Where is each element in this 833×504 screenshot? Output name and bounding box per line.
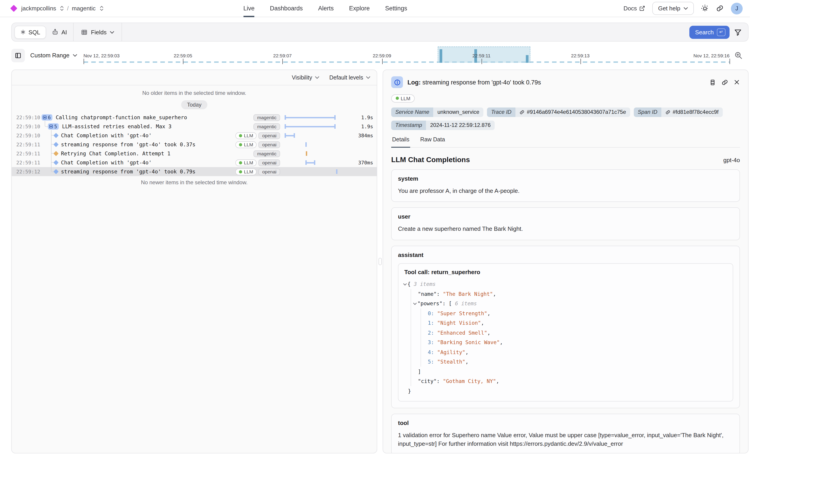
funnel-icon xyxy=(734,28,742,36)
llm-tag-label: LLM xyxy=(401,96,410,101)
log-row[interactable]: 22:59:11Retrying Chat Completion. Attemp… xyxy=(12,149,377,158)
panel-resizer[interactable] xyxy=(377,70,383,453)
collapse-caret-icon[interactable] xyxy=(403,282,407,286)
sql-mode-button[interactable]: SQL xyxy=(15,25,46,39)
collapse-badge[interactable]: 6 xyxy=(42,114,53,121)
row-duration-bar xyxy=(285,167,352,176)
minus-square-icon xyxy=(49,125,53,128)
json-line: ] xyxy=(404,367,727,377)
fields-button[interactable]: Fields xyxy=(75,26,121,38)
project-switcher-icon[interactable] xyxy=(100,6,103,11)
ai-mode-button[interactable]: AI xyxy=(46,26,72,39)
sidebar-toggle-button[interactable] xyxy=(11,49,25,62)
close-button[interactable] xyxy=(734,79,740,86)
timeline-tick-label: 22:59:09 xyxy=(373,53,391,58)
timeline-histogram-bar xyxy=(526,55,529,63)
row-tags: magentic xyxy=(254,150,280,157)
log-row[interactable]: 22:59:10Chat Completion with 'gpt-4o'LLM… xyxy=(12,131,377,140)
collapse-caret-icon[interactable] xyxy=(413,302,418,306)
detail-tab-raw-data[interactable]: Raw Data xyxy=(419,136,446,147)
row-duration-label: 1.9s xyxy=(352,123,373,129)
default-levels-dropdown[interactable]: Default levels xyxy=(329,74,371,80)
row-tags: LLMopenai xyxy=(235,141,280,148)
detail-header-actions xyxy=(709,79,740,86)
meta-label: Trace ID xyxy=(487,107,516,117)
row-message: Chat Completion with 'gpt-4o' xyxy=(61,132,152,139)
nav-right: Docs Get help J xyxy=(623,2,743,15)
page-root: jackmpcollins / magentic LiveDashboardsA… xyxy=(0,0,833,504)
json-line: 4: "Agility", xyxy=(404,347,727,357)
org-switcher-icon[interactable] xyxy=(60,6,64,11)
table-grid-icon xyxy=(81,29,88,35)
log-row[interactable]: 22:59:11streaming response from 'gpt-4o'… xyxy=(12,140,377,149)
tab-alerts[interactable]: Alerts xyxy=(318,0,334,17)
row-duration-label: 370ms xyxy=(352,160,373,166)
json-line: "city": "Gotham City, NY", xyxy=(404,377,727,386)
tab-settings[interactable]: Settings xyxy=(385,0,407,17)
theme-toggle-button[interactable] xyxy=(701,4,709,12)
meta-timestamp: Timestamp2024-11-12 22:59:12.876 xyxy=(391,120,495,130)
ai-label: AI xyxy=(62,29,67,35)
timeline-tick-mark xyxy=(580,58,581,64)
timeline-tick-label: 22:59:07 xyxy=(273,53,292,58)
row-timestamp: 22:59:11 xyxy=(16,160,42,166)
tab-explore[interactable]: Explore xyxy=(349,0,370,17)
meta-value[interactable]: #fd81e8f78c4ecc9f xyxy=(661,107,722,117)
log-row[interactable]: 22:59:12streaming response from 'gpt-4o'… xyxy=(12,167,377,176)
today-divider: Today xyxy=(181,100,207,109)
json-line: 1: "Night Vision", xyxy=(404,318,727,328)
meta-value[interactable]: #9146a6974e4e6140538043607a71c75e xyxy=(516,107,630,117)
timeline-tick-label: Nov 12, 22:59:16 xyxy=(693,53,730,58)
log-row[interactable]: 22:59:11Chat Completion with 'gpt-4o'LLM… xyxy=(12,158,377,167)
filter-button[interactable] xyxy=(734,28,742,36)
meta-value: unknown_service xyxy=(433,107,483,117)
visibility-dropdown[interactable]: Visibility xyxy=(292,74,319,80)
json-line: } xyxy=(404,386,727,396)
tab-live[interactable]: Live xyxy=(243,0,255,17)
main-split: Visibility Default levels No older items… xyxy=(0,65,750,453)
log-row[interactable]: 22:59:106Calling chatprompt-function mak… xyxy=(12,113,377,122)
link-icon xyxy=(716,4,724,12)
avatar[interactable]: J xyxy=(731,2,743,14)
link-icon xyxy=(665,110,670,115)
docs-label: Docs xyxy=(623,5,637,12)
share-link-button[interactable] xyxy=(716,4,724,12)
docs-link[interactable]: Docs xyxy=(623,5,645,12)
get-help-button[interactable]: Get help xyxy=(652,2,694,15)
detail-tab-details[interactable]: Details xyxy=(391,136,410,147)
detail-meta: Service Nameunknown_serviceTrace ID#9146… xyxy=(391,107,740,130)
collapse-badge[interactable]: 5 xyxy=(48,123,59,129)
log-row[interactable]: 22:59:105LLM-assisted retries enabled. M… xyxy=(12,122,377,131)
no-older-items-note: No older items in the selected time wind… xyxy=(12,90,377,96)
timeline-tick-label: 22:59:11 xyxy=(472,53,490,58)
breadcrumb-org[interactable]: jackmpcollins xyxy=(21,5,56,12)
query-input[interactable] xyxy=(123,23,689,41)
get-help-label: Get help xyxy=(658,5,680,12)
copy-link-button[interactable] xyxy=(721,79,728,86)
row-duration-label: 1.9s xyxy=(352,115,373,120)
green-dot-icon xyxy=(239,170,242,173)
row-duration-bar xyxy=(285,131,352,140)
time-range-label: Custom Range xyxy=(30,52,69,59)
search-toolbar: SQL AI Fields Search ↵ xyxy=(0,17,750,42)
span-diamond-icon xyxy=(54,143,58,146)
json-line: 3: "Barking Sonic Wave", xyxy=(404,338,727,347)
breadcrumb-project[interactable]: magentic xyxy=(72,5,96,12)
detail-title-text: streaming response from 'gpt-4o' took 0.… xyxy=(422,79,541,86)
row-timestamp: 22:59:11 xyxy=(16,142,42,147)
row-duration-bar xyxy=(285,158,352,167)
link-icon xyxy=(520,110,524,115)
time-range-selector[interactable]: Custom Range xyxy=(30,52,77,59)
detail-title: Log: streaming response from 'gpt-4o' to… xyxy=(407,79,705,86)
table-view-button[interactable] xyxy=(709,79,716,86)
detail-panel: Log: streaming response from 'gpt-4o' to… xyxy=(383,70,748,453)
row-message: Calling chatprompt-function make_superhe… xyxy=(56,114,187,121)
message-card-user: userCreate a new superhero named The Bar… xyxy=(391,207,740,240)
timeline-track[interactable]: Nov 12, 22:59:0322:59:0522:59:0722:59:09… xyxy=(84,45,730,65)
scope-tag: openai xyxy=(259,168,280,175)
search-button[interactable]: Search ↵ xyxy=(689,25,730,39)
timeline-tick-label: 22:59:05 xyxy=(174,53,192,58)
row-tags: LLMopenai xyxy=(235,132,280,139)
tab-dashboards[interactable]: Dashboards xyxy=(270,0,303,17)
timeline-zoom-button[interactable] xyxy=(734,51,743,59)
